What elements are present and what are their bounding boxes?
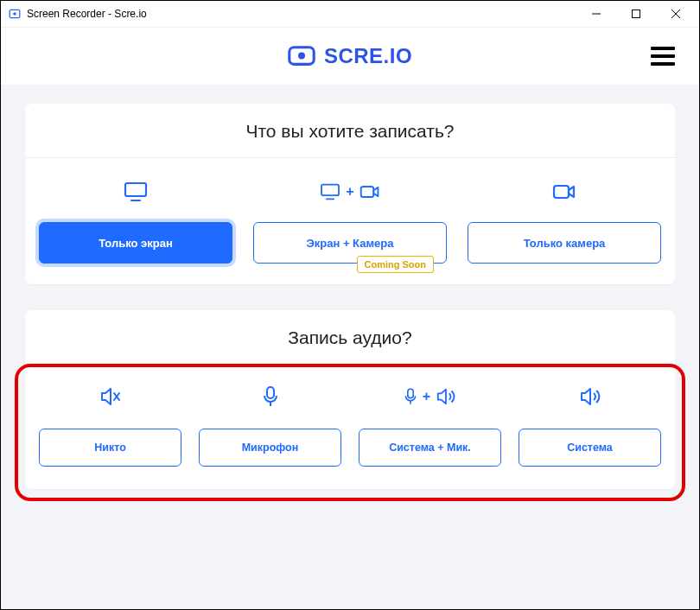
svg-rect-18 — [408, 389, 413, 397]
svg-point-7 — [298, 53, 305, 60]
svg-rect-8 — [125, 183, 146, 196]
svg-rect-12 — [360, 187, 373, 197]
monitor-plus-camera-icon: + — [320, 179, 379, 205]
content-area: Что вы хотите записать? Только экран — [1, 85, 699, 534]
audio-panel: Запись аудио? Никто — [25, 310, 675, 489]
microphone-plus-speaker-icon: + — [404, 384, 456, 410]
svg-rect-3 — [633, 10, 640, 18]
plus-icon: + — [423, 389, 430, 404]
microphone-icon — [262, 384, 279, 410]
window-titlebar: Screen Recorder - Scre.io — [1, 1, 699, 28]
option-label: Никто — [94, 442, 126, 454]
brand-logo-icon — [288, 46, 315, 67]
coming-soon-badge: Coming Soon — [357, 256, 435, 273]
record-option-screen-only-button[interactable]: Только экран — [39, 222, 232, 264]
svg-rect-16 — [267, 387, 274, 398]
plus-icon: + — [346, 184, 353, 200]
option-label: Только камера — [524, 237, 606, 250]
brand-name: SCRE.IO — [324, 44, 412, 68]
audio-option-system-mic: + Система + Мик. — [359, 384, 501, 467]
close-button[interactable] — [656, 1, 696, 28]
app-body: SCRE.IO Что вы хотите записать? — [1, 28, 699, 609]
audio-option-microphone: Микрофон — [199, 384, 341, 467]
option-label: Экран + Камера — [307, 237, 394, 250]
record-option-screen-camera: + Экран + Камера Coming Soon — [253, 179, 447, 264]
camera-icon — [552, 179, 576, 205]
record-panel-title: Что вы хотите записать? — [25, 104, 675, 158]
audio-option-microphone-button[interactable]: Микрофон — [199, 429, 341, 467]
option-label: Только экран — [99, 237, 173, 250]
record-option-camera-only: Только камера — [468, 179, 661, 264]
audio-option-system-button[interactable]: Система — [519, 429, 661, 467]
audio-option-system: Система — [519, 384, 661, 467]
speaker-icon — [579, 384, 601, 410]
app-header: SCRE.IO — [1, 28, 699, 85]
monitor-icon — [124, 179, 148, 205]
option-label: Система + Мик. — [389, 442, 471, 454]
maximize-button[interactable] — [616, 1, 656, 28]
svg-rect-10 — [321, 185, 339, 196]
svg-point-1 — [13, 12, 16, 16]
speaker-muted-icon — [99, 384, 122, 410]
audio-option-system-mic-button[interactable]: Система + Мик. — [359, 429, 501, 467]
audio-option-none-button[interactable]: Никто — [39, 429, 181, 467]
record-option-camera-only-button[interactable]: Только камера — [468, 222, 661, 264]
minimize-button[interactable] — [576, 1, 616, 28]
record-option-screen-camera-button[interactable]: Экран + Камера Coming Soon — [253, 222, 447, 264]
audio-panel-title: Запись аудио? — [25, 310, 675, 365]
option-label: Система — [567, 442, 613, 454]
audio-option-none: Никто — [39, 384, 181, 467]
window-title: Screen Recorder - Scre.io — [27, 8, 576, 20]
record-panel: Что вы хотите записать? Только экран — [25, 104, 675, 284]
option-label: Микрофон — [242, 442, 299, 454]
app-favicon — [8, 7, 22, 21]
svg-rect-13 — [554, 186, 569, 198]
brand: SCRE.IO — [288, 44, 412, 68]
record-option-screen-only: Только экран — [39, 179, 232, 264]
menu-button[interactable] — [651, 42, 678, 70]
